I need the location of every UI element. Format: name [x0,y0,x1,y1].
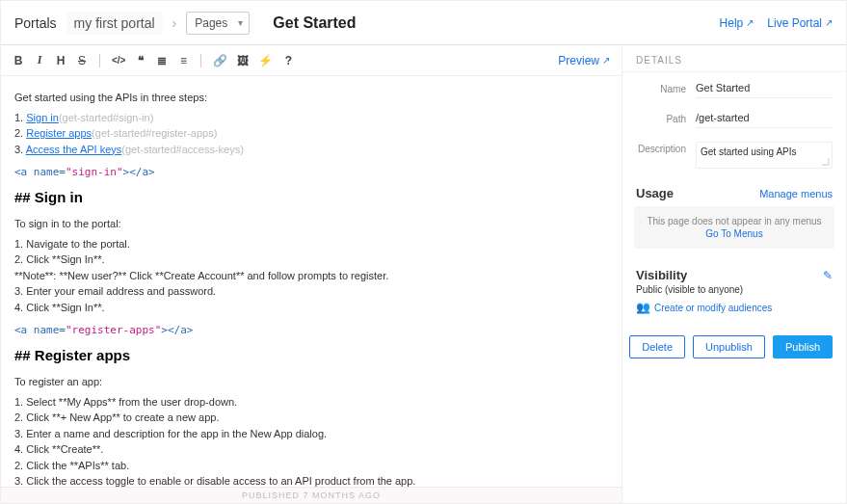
editor-line: Get started using the APIs in three step… [14,90,608,106]
field-description: Description Get started using APIs [636,142,833,169]
edit-visibility-icon[interactable]: ✎ [823,269,833,282]
visibility-value: Public (visible to anyone) [622,284,846,301]
editor-heading-register: ## Register apps [14,345,608,367]
flash-button[interactable]: ⚡ [258,54,273,67]
name-input[interactable]: Get Started [696,82,833,98]
page-selector-label: Pages [195,16,227,30]
image-button[interactable]: 🖼 [237,54,249,67]
toolbar-sep [200,54,201,67]
caret-down-icon: ▾ [238,17,243,28]
delete-button[interactable]: Delete [629,335,685,358]
page-title: Get Started [273,14,356,32]
breadcrumb: Portals my first portal › Pages ▾ [14,12,250,35]
unordered-list-button[interactable]: ≡ [177,54,189,67]
publish-button[interactable]: Publish [773,335,833,358]
editor-heading-signin: ## Sign in [14,187,608,209]
strike-button[interactable]: S [76,54,88,67]
external-link-icon: ↗ [825,17,833,28]
app-root: Portals my first portal › Pages ▾ Get St… [0,0,847,504]
details-header: DETAILS [622,45,846,72]
anchor-tag: <a name="sign-in"></a> [14,165,608,181]
header-actions: Help ↗ Live Portal ↗ [720,16,833,30]
heading-button[interactable]: H [55,54,66,67]
field-name: Name Get Started [636,82,833,98]
preview-link[interactable]: Preview ↗ [558,54,610,67]
italic-button[interactable]: I [34,53,45,67]
usage-box: This page does not appear in any menus G… [634,206,834,249]
editor-toolbar: B I H S </> ❝ ≣ ≡ 🔗 🖼 ⚡ ? Preview ↗ [1,45,622,76]
audiences-link[interactable]: 👥 Create or modify audiences [622,301,846,328]
unpublish-button[interactable]: Unpublish [693,335,765,358]
breadcrumb-portal[interactable]: my first portal [66,12,163,35]
path-input[interactable]: /get-started [696,112,833,128]
link-button[interactable]: 🔗 [213,54,227,67]
field-path: Path /get-started [636,112,833,128]
editor-list: 1. Sign in(get-started#sign-in) 2. Regis… [14,110,608,158]
help-link[interactable]: Help ↗ [720,16,754,30]
quote-button[interactable]: ❝ [135,54,146,67]
external-link-icon: ↗ [746,17,754,28]
live-portal-link[interactable]: Live Portal ↗ [767,16,833,30]
body: B I H S </> ❝ ≣ ≡ 🔗 🖼 ⚡ ? Preview ↗ [1,45,846,503]
header-bar: Portals my first portal › Pages ▾ Get St… [1,1,846,45]
visibility-header-row: Visibility ✎ [622,262,846,284]
details-panel: DETAILS Name Get Started Path /get-start… [622,45,846,503]
description-textarea[interactable]: Get started using APIs [696,142,833,169]
go-to-menus-link[interactable]: Go To Menus [640,228,829,239]
manage-menus-link[interactable]: Manage menus [759,188,833,199]
breadcrumb-root[interactable]: Portals [14,15,57,31]
markdown-editor[interactable]: Get started using the APIs in three step… [1,76,622,487]
editor-column: B I H S </> ❝ ≣ ≡ 🔗 🖼 ⚡ ? Preview ↗ [1,45,622,503]
ordered-list-button[interactable]: ≣ [156,54,168,67]
details-fields: Name Get Started Path /get-started Descr… [622,72,846,186]
people-icon: 👥 [636,301,650,314]
page-selector-dropdown[interactable]: Pages ▾ [186,12,250,35]
toolbar-sep [99,54,100,67]
bold-button[interactable]: B [13,54,24,67]
breadcrumb-sep: › [172,15,177,31]
publish-status-footer: PUBLISHED 7 MONTHS AGO [1,487,622,503]
usage-title: Usage [636,186,674,200]
code-button[interactable]: </> [112,55,125,66]
anchor-tag: <a name="register-apps"></a> [14,323,608,339]
usage-header-row: Usage Manage menus [622,186,846,206]
help-button[interactable]: ? [282,54,294,67]
external-link-icon: ↗ [602,55,610,66]
visibility-title: Visibility [636,268,687,282]
action-buttons: Delete Unpublish Publish [622,328,846,372]
